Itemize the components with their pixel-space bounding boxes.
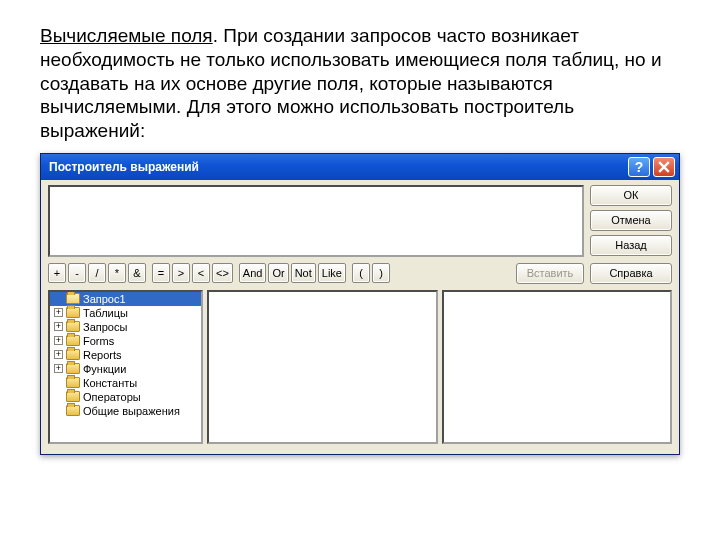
- help-icon[interactable]: [628, 157, 650, 177]
- cancel-button[interactable]: Отмена: [590, 210, 672, 231]
- op-divide-button[interactable]: /: [88, 263, 106, 283]
- expression-input[interactable]: [48, 185, 584, 257]
- folder-icon: [66, 405, 80, 416]
- window-title: Построитель выражений: [49, 160, 625, 174]
- op-group-compare: = > < <>: [152, 263, 233, 283]
- op-lt-button[interactable]: <: [192, 263, 210, 283]
- tree-item[interactable]: +Таблицы: [50, 306, 201, 320]
- tree-item-label: Константы: [83, 377, 137, 389]
- tree-item[interactable]: Операторы: [50, 390, 201, 404]
- expand-spacer: [54, 392, 63, 401]
- folder-icon: [66, 377, 80, 388]
- folder-icon: [66, 307, 80, 318]
- back-button[interactable]: Назад: [590, 235, 672, 256]
- category-tree[interactable]: Запрос1+Таблицы+Запросы+Forms+Reports+Фу…: [48, 290, 203, 444]
- tree-item-label: Reports: [83, 349, 122, 361]
- expand-icon[interactable]: +: [54, 322, 63, 331]
- expand-spacer: [54, 378, 63, 387]
- insert-button[interactable]: Вставить: [516, 263, 584, 284]
- op-gt-button[interactable]: >: [172, 263, 190, 283]
- folder-icon: [66, 293, 80, 304]
- expand-spacer: [54, 294, 63, 303]
- items-list[interactable]: [207, 290, 438, 444]
- folder-icon: [66, 335, 80, 346]
- folder-icon: [66, 391, 80, 402]
- tree-item[interactable]: +Reports: [50, 348, 201, 362]
- client-area: ОК Отмена Назад + - / * & = > < <> And O…: [41, 180, 679, 454]
- tree-item[interactable]: Общие выражения: [50, 404, 201, 418]
- intro-caption: Вычисляемые поля: [40, 25, 213, 46]
- tree-item-label: Операторы: [83, 391, 141, 403]
- op-plus-button[interactable]: +: [48, 263, 66, 283]
- folder-icon: [66, 349, 80, 360]
- folder-icon: [66, 363, 80, 374]
- op-amp-button[interactable]: &: [128, 263, 146, 283]
- expand-spacer: [54, 406, 63, 415]
- operator-row: + - / * & = > < <> And Or Not Like ( ): [48, 263, 672, 284]
- folder-icon: [66, 321, 80, 332]
- op-like-button[interactable]: Like: [318, 263, 346, 283]
- tree-item-label: Запрос1: [83, 293, 126, 305]
- expand-icon[interactable]: +: [54, 308, 63, 317]
- close-icon[interactable]: [653, 157, 675, 177]
- op-minus-button[interactable]: -: [68, 263, 86, 283]
- op-and-button[interactable]: And: [239, 263, 267, 283]
- expand-icon[interactable]: +: [54, 350, 63, 359]
- op-rparen-button[interactable]: ): [372, 263, 390, 283]
- ok-button[interactable]: ОК: [590, 185, 672, 206]
- tree-item[interactable]: +Запросы: [50, 320, 201, 334]
- tree-item-label: Функции: [83, 363, 126, 375]
- expand-icon[interactable]: +: [54, 364, 63, 373]
- tree-item[interactable]: +Функции: [50, 362, 201, 376]
- op-eq-button[interactable]: =: [152, 263, 170, 283]
- tree-item[interactable]: +Forms: [50, 334, 201, 348]
- help-button[interactable]: Справка: [590, 263, 672, 284]
- values-list[interactable]: [442, 290, 673, 444]
- expand-icon[interactable]: +: [54, 336, 63, 345]
- tree-item[interactable]: Запрос1: [50, 292, 201, 306]
- op-or-button[interactable]: Or: [268, 263, 288, 283]
- tree-item[interactable]: Константы: [50, 376, 201, 390]
- tree-item-label: Запросы: [83, 321, 127, 333]
- intro-paragraph: Вычисляемые поля. При создании запросов …: [0, 0, 720, 153]
- tree-item-label: Общие выражения: [83, 405, 180, 417]
- titlebar[interactable]: Построитель выражений: [41, 154, 679, 180]
- op-group-arith: + - / * &: [48, 263, 146, 283]
- op-ne-button[interactable]: <>: [212, 263, 233, 283]
- op-group-paren: ( ): [352, 263, 390, 283]
- op-multiply-button[interactable]: *: [108, 263, 126, 283]
- op-not-button[interactable]: Not: [291, 263, 316, 283]
- tree-item-label: Таблицы: [83, 307, 128, 319]
- tree-item-label: Forms: [83, 335, 114, 347]
- expression-builder-window: Построитель выражений ОК Отмена Назад + …: [40, 153, 680, 455]
- op-group-logic: And Or Not Like: [239, 263, 346, 283]
- op-lparen-button[interactable]: (: [352, 263, 370, 283]
